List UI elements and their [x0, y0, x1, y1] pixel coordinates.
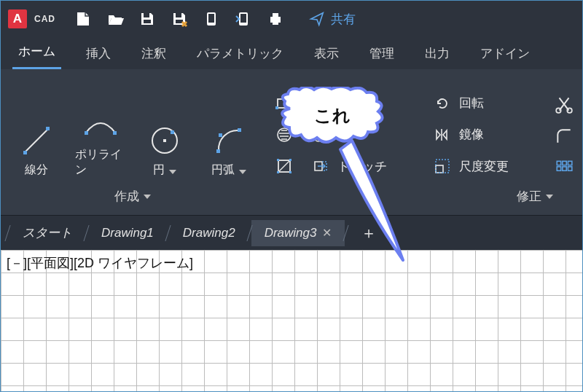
- svg-rect-13: [46, 127, 50, 130]
- rotate-button[interactable]: 回転: [433, 92, 509, 114]
- polyline-button[interactable]: ポリライン: [75, 109, 126, 178]
- svg-rect-2: [176, 13, 181, 17]
- svg-rect-38: [557, 161, 560, 165]
- svg-rect-17: [171, 130, 174, 134]
- line-label: 線分: [25, 162, 48, 178]
- share-button[interactable]: 共有: [309, 11, 356, 28]
- rotate-label: 回転: [459, 95, 484, 111]
- array-icon[interactable]: [555, 159, 574, 178]
- svg-rect-7: [240, 14, 246, 23]
- menu-bar: ホーム 挿入 注釈 パラメトリック 表示 管理 出力 アドイン: [1, 37, 582, 69]
- line-button[interactable]: 線分: [11, 125, 62, 178]
- svg-rect-33: [289, 171, 292, 173]
- tab-manage[interactable]: 管理: [364, 39, 400, 68]
- callout-text: これ: [314, 104, 351, 128]
- panel-create: 線分 ポリライン 円 円弧 作成: [1, 69, 265, 215]
- app-logo: A: [8, 9, 27, 28]
- polyline-icon: [83, 109, 118, 141]
- file-tab-start[interactable]: スタート: [9, 219, 85, 247]
- svg-line-11: [25, 129, 48, 152]
- svg-line-29: [278, 160, 290, 172]
- file-tab-d3[interactable]: Drawing3 ✕: [251, 220, 345, 246]
- tab-insert[interactable]: 挿入: [80, 39, 117, 68]
- svg-rect-21: [219, 133, 222, 137]
- annotation-callout: これ: [279, 87, 386, 152]
- stretch-icon: [311, 157, 330, 176]
- circle-label: 円: [153, 162, 165, 178]
- title-bar: A CAD 共有: [1, 1, 582, 37]
- view-controls-label[interactable]: [－][平面図][2D ワイヤフレーム]: [7, 254, 193, 272]
- svg-rect-32: [277, 171, 279, 173]
- tab-output[interactable]: 出力: [419, 39, 455, 68]
- arc-label: 円弧: [211, 162, 235, 178]
- scale-label: 尺度変更: [459, 158, 509, 175]
- circle-icon: [149, 125, 181, 157]
- tab-addins[interactable]: アドイン: [474, 39, 536, 68]
- arc-button[interactable]: 円弧: [203, 125, 254, 178]
- chevron-down-icon: [169, 170, 176, 174]
- trim-icon[interactable]: [555, 95, 574, 114]
- svg-rect-12: [23, 151, 27, 154]
- panel-create-title[interactable]: 作成: [1, 181, 265, 215]
- close-tab-icon[interactable]: ✕: [322, 226, 332, 240]
- circle-button[interactable]: 円: [139, 125, 190, 178]
- start-label: スタート: [23, 224, 72, 241]
- svg-rect-20: [238, 128, 241, 132]
- svg-rect-10: [273, 21, 278, 25]
- open-file-icon[interactable]: [105, 9, 125, 29]
- arc-icon: [213, 125, 245, 157]
- tab-view[interactable]: 表示: [308, 39, 345, 68]
- svg-rect-30: [277, 159, 279, 161]
- scale-icon: [433, 157, 452, 176]
- d2-label: Drawing2: [183, 226, 235, 240]
- drawing-canvas[interactable]: [－][平面図][2D ワイヤフレーム]: [1, 250, 582, 392]
- svg-rect-0: [144, 13, 149, 17]
- share-label: 共有: [331, 11, 356, 28]
- svg-rect-43: [568, 167, 571, 170]
- chevron-down-icon: [546, 195, 553, 199]
- app-name: CAD: [34, 14, 55, 24]
- svg-rect-19: [216, 149, 220, 153]
- svg-rect-41: [557, 167, 560, 170]
- svg-rect-34: [436, 165, 443, 173]
- region-button[interactable]: [275, 155, 294, 178]
- polyline-label: ポリライン: [75, 147, 126, 178]
- file-tabs: スタート Drawing1 Drawing2 Drawing3 ✕ ＋: [1, 215, 582, 250]
- svg-rect-42: [563, 167, 566, 170]
- callout-tail: [337, 135, 425, 266]
- file-tab-d2[interactable]: Drawing2: [170, 220, 249, 246]
- svg-rect-35: [436, 160, 449, 173]
- tab-parametric[interactable]: パラメトリック: [191, 39, 289, 68]
- line-icon: [20, 125, 52, 157]
- mirror-icon: [433, 125, 452, 144]
- fillet-icon[interactable]: [555, 127, 574, 146]
- open-web-icon[interactable]: [201, 9, 222, 29]
- tab-home[interactable]: ホーム: [12, 37, 61, 69]
- svg-rect-31: [289, 159, 292, 161]
- svg-rect-23: [275, 106, 278, 109]
- svg-rect-5: [208, 14, 214, 23]
- new-file-icon[interactable]: [73, 9, 93, 29]
- quick-access-toolbar: [73, 9, 286, 29]
- svg-rect-39: [563, 161, 566, 165]
- svg-rect-18: [163, 139, 166, 142]
- share-icon: [309, 11, 325, 27]
- mirror-button[interactable]: 鏡像: [433, 123, 509, 146]
- tab-annotate[interactable]: 注釈: [136, 39, 172, 68]
- file-tab-d1[interactable]: Drawing1: [88, 220, 167, 246]
- svg-rect-14: [85, 131, 88, 135]
- scale-button[interactable]: 尺度変更: [433, 155, 509, 178]
- d3-label: Drawing3: [265, 226, 317, 240]
- save-web-icon[interactable]: [233, 9, 254, 29]
- svg-rect-15: [113, 131, 117, 135]
- save-icon[interactable]: [137, 9, 157, 29]
- svg-rect-9: [273, 13, 278, 17]
- save-as-icon[interactable]: [169, 9, 189, 29]
- mirror-label: 鏡像: [459, 126, 484, 143]
- print-icon[interactable]: [265, 9, 286, 29]
- region-icon: [275, 157, 294, 176]
- chevron-down-icon: [144, 195, 151, 199]
- rotate-icon: [433, 94, 452, 113]
- chevron-down-icon: [239, 170, 246, 174]
- svg-rect-1: [144, 20, 151, 23]
